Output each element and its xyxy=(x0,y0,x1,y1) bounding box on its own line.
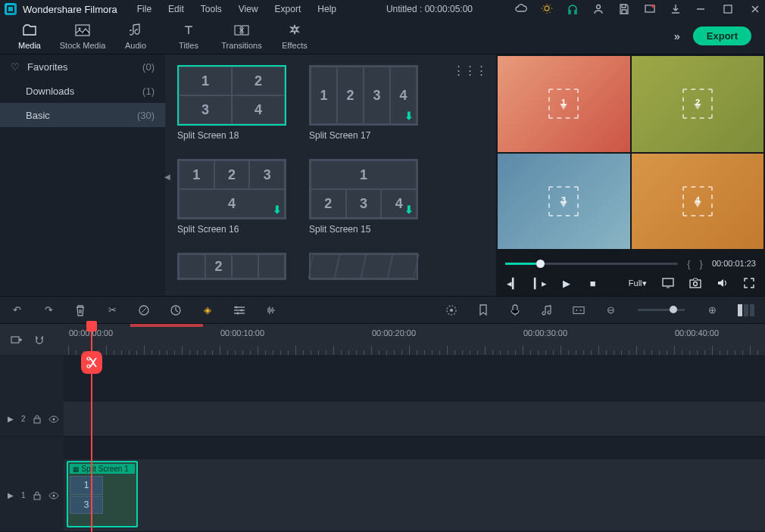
zoom-in-button[interactable]: ⊕ xyxy=(706,304,718,316)
zoom-slider[interactable] xyxy=(638,309,685,311)
sidebar-item-downloads[interactable]: Downloads (1) xyxy=(0,79,165,103)
main-menu: File Edit Tools View Export Help xyxy=(130,2,344,17)
preview-seek-bar[interactable]: { } 00:00:01:23 xyxy=(496,257,765,270)
playhead-handle[interactable] xyxy=(86,321,97,331)
preview-zone-2[interactable]: 2 xyxy=(632,56,764,152)
download-icon[interactable]: ⬇ xyxy=(404,110,414,122)
preview-controls: ◂▎ ▎▸ ▶ ■ Full ▾ xyxy=(496,270,765,296)
delete-button[interactable] xyxy=(74,304,86,316)
collapse-panel-button[interactable]: » xyxy=(674,30,678,42)
zoom-fit-button[interactable] xyxy=(738,304,754,316)
template-item[interactable]: 1234 ⬇ Split Screen 16 xyxy=(177,159,286,235)
collapse-sidebar-button[interactable]: ◀ xyxy=(164,173,170,183)
quality-dropdown[interactable]: Full ▾ xyxy=(629,277,647,289)
template-thumb xyxy=(309,253,418,280)
template-item[interactable]: 1234 ⬇ Split Screen 15 xyxy=(309,159,418,235)
tab-media[interactable]: Media xyxy=(3,23,56,50)
tab-effects[interactable]: Effects xyxy=(268,23,321,50)
fullscreen-button[interactable] xyxy=(744,277,754,289)
tab-transitions[interactable]: Transitions xyxy=(215,23,268,50)
message-icon[interactable] xyxy=(644,3,656,15)
adjust-button[interactable] xyxy=(233,304,245,316)
next-frame-button[interactable]: ▎▸ xyxy=(534,277,546,289)
app-name: Wondershare Filmora xyxy=(23,4,117,15)
save-icon[interactable] xyxy=(618,3,630,15)
download-icon[interactable] xyxy=(670,3,682,15)
audio-wave-button[interactable] xyxy=(265,304,277,316)
track-body[interactable] xyxy=(64,402,765,436)
add-track-button[interactable] xyxy=(11,334,23,346)
mark-in-icon[interactable]: { xyxy=(687,258,690,269)
mark-out-icon[interactable]: } xyxy=(700,258,703,269)
cloud-icon[interactable] xyxy=(515,3,527,15)
drop-zone-icon: 2 xyxy=(682,89,713,119)
mix-button[interactable] xyxy=(573,304,585,316)
tab-stock-media[interactable]: Stock Media xyxy=(56,23,109,50)
stop-button[interactable]: ■ xyxy=(587,277,598,289)
minimize-button[interactable] xyxy=(695,4,706,14)
render-button[interactable] xyxy=(445,304,457,316)
menu-view[interactable]: View xyxy=(231,2,266,17)
sidebar-item-label: Downloads xyxy=(26,86,142,97)
template-browser: ⋮⋮⋮ ◀ 1234 Split Screen 18 1234 ⬇ Split … xyxy=(165,54,496,296)
svg-text:1: 1 xyxy=(561,98,566,107)
menu-tools[interactable]: Tools xyxy=(193,2,230,17)
magnet-button[interactable] xyxy=(33,334,45,346)
lock-icon[interactable] xyxy=(33,491,41,500)
redo-button[interactable]: ↷ xyxy=(42,304,55,316)
close-button[interactable] xyxy=(750,4,760,14)
maximize-button[interactable] xyxy=(723,4,733,14)
play-button[interactable]: ▶ xyxy=(561,277,572,289)
crop-button[interactable] xyxy=(138,304,150,316)
template-item[interactable]: 2 xyxy=(177,253,286,280)
menu-edit[interactable]: Edit xyxy=(161,2,192,17)
prev-frame-button[interactable]: ◂▎ xyxy=(507,277,519,289)
account-icon[interactable] xyxy=(592,3,604,15)
menu-file[interactable]: File xyxy=(130,2,159,17)
visibility-icon[interactable] xyxy=(48,415,59,423)
seek-track[interactable] xyxy=(505,263,678,265)
template-item[interactable]: 1234 ⬇ Split Screen 17 xyxy=(309,65,418,141)
split-button[interactable]: ✂ xyxy=(106,304,118,316)
zoom-thumb[interactable] xyxy=(670,306,677,313)
export-button[interactable]: Export xyxy=(693,26,751,45)
display-icon[interactable] xyxy=(662,277,674,289)
preview-zone-4[interactable]: 4 xyxy=(632,154,764,250)
lock-icon[interactable] xyxy=(33,415,41,424)
idea-icon[interactable] xyxy=(541,3,553,15)
playhead-split-icon[interactable] xyxy=(81,351,102,374)
sort-icon[interactable]: ⋮⋮⋮ xyxy=(453,64,487,77)
template-item[interactable]: 1234 Split Screen 18 xyxy=(177,65,286,141)
tab-titles[interactable]: Titles xyxy=(162,23,215,50)
template-thumb: 1234 ⬇ xyxy=(177,159,286,219)
speed-button[interactable] xyxy=(170,304,182,316)
template-item[interactable] xyxy=(309,253,418,280)
menu-help[interactable]: Help xyxy=(310,2,344,17)
sidebar-item-favorites[interactable]: ♡ Favorites (0) xyxy=(0,54,165,79)
timeline-clip[interactable]: ▦ Split Screen 1 1 3 xyxy=(67,461,138,527)
title-actions xyxy=(515,3,682,15)
menu-export[interactable]: Export xyxy=(267,2,309,17)
zoom-out-button[interactable]: ⊖ xyxy=(604,304,617,316)
snapshot-button[interactable] xyxy=(689,277,701,289)
svg-rect-32 xyxy=(34,495,40,499)
visibility-icon[interactable] xyxy=(48,492,59,499)
headphones-icon[interactable] xyxy=(567,3,579,15)
music-button[interactable] xyxy=(541,304,553,316)
record-button[interactable] xyxy=(509,304,521,316)
download-icon[interactable]: ⬇ xyxy=(273,204,282,216)
tab-audio[interactable]: Audio xyxy=(109,23,162,50)
track-body[interactable]: ▦ Split Screen 1 1 3 xyxy=(64,459,765,531)
titlebar: Wondershare Filmora File Edit Tools View… xyxy=(0,0,765,18)
keyframe-button[interactable]: ◈ xyxy=(201,304,214,316)
undo-button[interactable]: ↶ xyxy=(11,304,23,316)
sidebar-item-basic[interactable]: Basic (30) xyxy=(0,103,165,127)
download-icon[interactable]: ⬇ xyxy=(404,204,414,216)
volume-button[interactable] xyxy=(717,277,729,289)
preview-zone-1[interactable]: 1 xyxy=(498,56,630,152)
playhead[interactable] xyxy=(91,324,92,532)
seek-thumb[interactable] xyxy=(536,260,545,268)
preview-zone-3[interactable]: 3 xyxy=(498,154,630,250)
timeline-ruler[interactable]: 00:00:00:00 00:00:10:00 00:00:20:00 00:0… xyxy=(64,324,765,355)
marker-button[interactable] xyxy=(477,304,489,316)
